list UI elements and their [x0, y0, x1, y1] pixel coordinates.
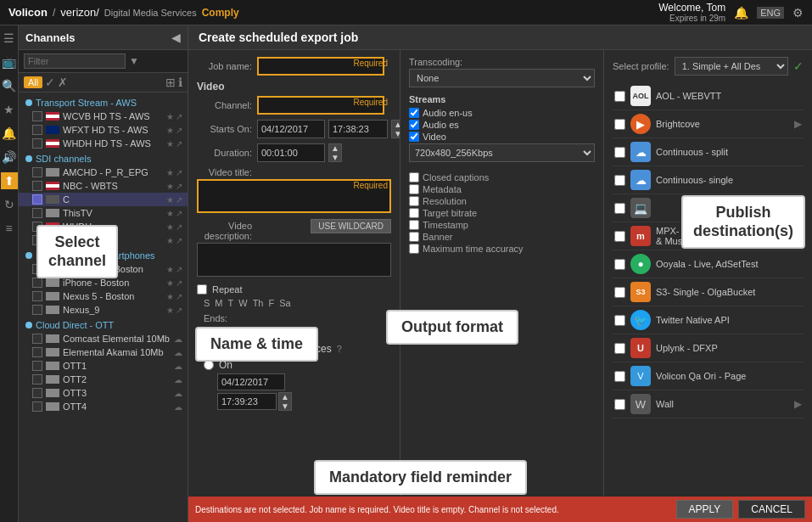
channel-item[interactable]: OTT1 ☁ — [19, 359, 188, 373]
sidebar-icon-menu[interactable]: ☰ — [1, 30, 18, 47]
channel-checkbox[interactable] — [32, 278, 42, 288]
channel-checkbox[interactable] — [32, 194, 42, 205]
channel-item[interactable]: C ★↗ — [19, 193, 188, 206]
starts-time-spinner[interactable]: ▲▼ — [391, 120, 400, 138]
duration-spinner[interactable]: ▲▼ — [328, 143, 342, 162]
sidebar-icon-list[interactable]: ≡ — [1, 220, 18, 237]
duration-input[interactable] — [257, 143, 325, 162]
sidebar-icon-star[interactable]: ★ — [1, 101, 18, 118]
dest-continuous-split[interactable]: ☁ Continuous - split — [613, 138, 804, 166]
profile-select[interactable]: 1. Simple + All Des — [675, 57, 788, 76]
ends-date-input[interactable] — [217, 373, 285, 390]
channel-item[interactable]: Comcast Elemental 10Mb ☁ — [19, 332, 188, 345]
repeat-checkbox[interactable] — [197, 284, 207, 295]
profile-check-icon[interactable]: ✓ — [793, 59, 804, 73]
dest-ooyala[interactable]: ● Ooyala - Live, AdSetTest — [613, 250, 804, 278]
video-stream-checkbox[interactable] — [409, 132, 419, 142]
channel-checkbox[interactable] — [32, 111, 42, 121]
dest-volicon-checkbox[interactable] — [614, 371, 625, 382]
sidebar-icon-export[interactable]: ⬆ — [1, 172, 18, 189]
channel-checkbox[interactable] — [32, 334, 42, 344]
channel-item[interactable]: NBC - WBTS ★↗ — [19, 179, 188, 193]
ends-time-input[interactable] — [217, 393, 277, 410]
dest-brightcove-checkbox[interactable] — [614, 119, 625, 130]
dest-s3-checkbox[interactable] — [614, 287, 625, 298]
channel-item[interactable]: WHDH HD TS - AWS ★↗ — [19, 137, 188, 150]
bell-icon[interactable]: 🔔 — [734, 6, 748, 20]
dest-aol-checkbox[interactable] — [614, 91, 625, 102]
dest-continuous-single[interactable]: ☁ Continuous- single — [613, 166, 804, 194]
dest-laptop-checkbox[interactable] — [614, 203, 625, 214]
target-bitrate-checkbox[interactable] — [409, 208, 419, 218]
apply-button[interactable]: APPLY — [676, 500, 734, 519]
dest-uplynk[interactable]: U Uplynk - DFXP — [613, 334, 804, 362]
channel-tab-uncheck[interactable]: ✗ — [58, 76, 68, 89]
transcoding-select[interactable]: None — [409, 69, 595, 87]
sidebar-icon-tv[interactable]: 📺 — [1, 53, 18, 70]
cancel-button[interactable]: CANCEL — [738, 500, 805, 519]
dest-twitter[interactable]: 🐦 Twitter Native API — [613, 306, 804, 334]
resolution-checkbox[interactable] — [409, 196, 419, 206]
channel-checkbox[interactable] — [32, 181, 42, 191]
channel-checkbox[interactable] — [32, 347, 42, 357]
settings-icon[interactable]: ⚙ — [792, 6, 804, 20]
collapse-button[interactable]: ◀ — [171, 31, 181, 44]
channel-name: Nexus_9 — [63, 305, 163, 315]
banner-checkbox[interactable] — [409, 232, 419, 242]
dest-twitter-checkbox[interactable] — [614, 315, 625, 326]
channel-tab-check[interactable]: ✓ — [45, 76, 55, 89]
channel-item[interactable]: Elemental Akamai 10Mb ☁ — [19, 345, 188, 359]
channel-checkbox[interactable] — [32, 401, 42, 412]
channel-tab-grid[interactable]: ⊞ — [165, 76, 176, 89]
sidebar-icon-search[interactable]: 🔍 — [1, 77, 18, 94]
channel-checkbox[interactable] — [32, 138, 42, 149]
dest-wall[interactable]: W Wall ▶ — [613, 390, 804, 418]
max-time-checkbox[interactable] — [409, 244, 419, 254]
channel-item[interactable]: ThisTV ★↗ — [19, 206, 188, 220]
channel-checkbox[interactable] — [32, 291, 42, 301]
channel-filter-input[interactable] — [24, 53, 126, 69]
lang-selector[interactable]: ENG — [757, 7, 784, 19]
channel-checkbox[interactable] — [32, 125, 42, 135]
dest-mpx-checkbox[interactable] — [614, 231, 625, 242]
use-wildcard-button[interactable]: USE WILDCARD — [311, 219, 391, 233]
sidebar-icon-volume[interactable]: 🔊 — [1, 149, 18, 166]
dest-aol[interactable]: AOL AOL - WEBVTT — [613, 82, 804, 110]
sidebar-icon-bell[interactable]: 🔔 — [1, 125, 18, 142]
dest-brightcove[interactable]: ▶ Brightcove ▶ — [613, 110, 804, 138]
channel-checkbox[interactable] — [32, 388, 42, 398]
channel-item[interactable]: OTT4 ☁ — [19, 400, 188, 413]
channel-item[interactable]: WCVB HD TS - AWS ★↗ — [19, 109, 188, 123]
dest-cont-single-checkbox[interactable] — [614, 175, 625, 186]
channel-item[interactable]: OTT2 ☁ — [19, 373, 188, 386]
timestamp-checkbox[interactable] — [409, 220, 419, 230]
channel-item[interactable]: AMCHD - P_R_EPG ★↗ — [19, 166, 188, 179]
dest-cont-split-checkbox[interactable] — [614, 147, 625, 158]
channel-item[interactable]: OTT3 ☁ — [19, 386, 188, 400]
sidebar-icon-refresh[interactable]: ↻ — [1, 196, 18, 213]
channel-item[interactable]: WFXT HD TS - AWS ★↗ — [19, 123, 188, 137]
audio-es-checkbox[interactable] — [409, 120, 419, 130]
channel-item[interactable]: Nexus 5 - Boston ★↗ — [19, 289, 188, 303]
starts-time-input[interactable] — [328, 120, 388, 138]
dest-ooyala-checkbox[interactable] — [614, 259, 625, 270]
channel-checkbox[interactable] — [32, 361, 42, 371]
channel-checkbox[interactable] — [32, 374, 42, 384]
channel-tab-info[interactable]: ℹ — [178, 76, 182, 89]
dest-s3[interactable]: S3 S3- Single - OlgaBucket — [613, 278, 804, 306]
ends-time-spinner[interactable]: ▲▼ — [278, 392, 292, 411]
starts-date-input[interactable] — [257, 120, 325, 138]
video-desc-input[interactable] — [197, 243, 391, 277]
channel-tab-all[interactable]: All — [24, 76, 42, 88]
channel-checkbox[interactable] — [32, 167, 42, 177]
audio-en-us-checkbox[interactable] — [409, 108, 419, 118]
resolution-select[interactable]: 720x480_256Kbps — [409, 143, 595, 162]
channel-checkbox[interactable] — [32, 305, 42, 315]
dest-volicon[interactable]: V Volicon Qa Ori - Page — [613, 362, 804, 390]
dest-wall-checkbox[interactable] — [614, 399, 625, 410]
dest-uplynk-checkbox[interactable] — [614, 343, 625, 354]
closed-captions-checkbox[interactable] — [409, 172, 419, 182]
channel-checkbox[interactable] — [32, 208, 42, 218]
channel-item[interactable]: Nexus_9 ★↗ — [19, 303, 188, 317]
metadata-checkbox[interactable] — [409, 184, 419, 194]
